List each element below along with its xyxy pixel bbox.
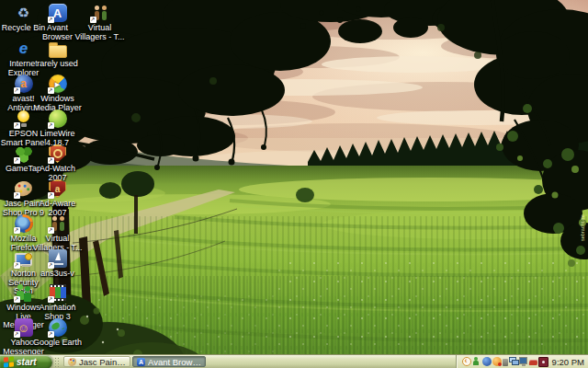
tray-display-monitor-icon[interactable] (519, 357, 528, 366)
shortcut-arrow-icon (14, 87, 20, 94)
shortcut-arrow-icon (14, 227, 20, 234)
recycle-bin-icon (15, 4, 33, 22)
system-tray: 9:20 PM (456, 355, 588, 368)
internet-explorer-icon (15, 40, 33, 58)
desktop-icon-rarely-used-folder[interactable]: rarely used (32, 39, 83, 69)
desktop-icon-virtual-villagers-2[interactable]: Virtual Villagers - T... (32, 213, 83, 252)
tray-network-monitors-icon[interactable] (509, 357, 518, 366)
task-button-avant-browser[interactable]: Avant Browser (132, 356, 206, 367)
task-button-label: Avant Browser (148, 357, 201, 367)
desktop-icon-label: ans3us-v (40, 270, 74, 279)
shortcut-arrow-icon (14, 331, 20, 338)
tray-messenger-buddy-icon[interactable] (472, 357, 481, 366)
shortcut-arrow-icon (48, 157, 54, 164)
tray-security-box-icon[interactable] (538, 357, 548, 367)
tray-collapse-chevron-icon[interactable] (462, 357, 471, 366)
shortcut-arrow-icon (48, 262, 54, 269)
desktop-icon-ad-aware[interactable]: Ad-Aware 2007 (32, 178, 83, 217)
tray-red-alert-icon[interactable] (528, 360, 537, 365)
task-button-jasc-paint-shop-pro[interactable]: Jasc Paint Shop Pro - ... (63, 356, 130, 367)
shortcut-arrow-icon (48, 227, 54, 234)
shortcut-arrow-icon (14, 262, 20, 269)
shortcut-arrow-icon (90, 17, 96, 23)
wallpaper-photo: sebracht.de (0, 0, 588, 368)
taskbar-clock[interactable]: 9:20 PM (552, 357, 584, 367)
folder-icon (49, 45, 67, 58)
shortcut-arrow-icon (48, 331, 54, 338)
taskbar-grip[interactable] (54, 357, 61, 367)
desktop-icon-limewire[interactable]: LimeWire 4.18.7 (32, 109, 83, 147)
desktop-icon-animation-shop[interactable]: Animation Shop 3 (32, 282, 83, 321)
desktop-icon-label: Google Earth (33, 339, 82, 348)
shortcut-arrow-icon (48, 87, 54, 94)
desktop[interactable]: sebracht.de Recycle Bin Avant Browser Vi… (0, 0, 588, 368)
desktop-icon-label: rarely used (37, 60, 78, 69)
paint-shop-pro-icon (68, 358, 76, 366)
windows-flag-icon (4, 356, 14, 367)
start-button[interactable]: start (0, 355, 52, 368)
taskbar: start Jasc Paint Shop Pro - ... Avant Br… (0, 354, 588, 368)
shortcut-arrow-icon (14, 192, 20, 199)
avant-browser-icon (137, 358, 145, 366)
shortcut-arrow-icon (14, 122, 20, 129)
desktop-icon-google-earth[interactable]: Google Earth (32, 317, 83, 348)
tray-device-chip-icon[interactable] (503, 359, 508, 366)
start-label: start (17, 357, 37, 367)
shortcut-arrow-icon (48, 17, 54, 23)
shortcut-arrow-icon (48, 192, 54, 199)
tray-blue-ball-icon[interactable] (482, 357, 492, 366)
task-button-label: Jasc Paint Shop Pro - ... (79, 357, 126, 367)
tray-orange-ball-icon[interactable] (492, 357, 502, 366)
shortcut-arrow-icon (14, 157, 20, 164)
shortcut-arrow-icon (48, 122, 54, 129)
desktop-icon-ad-watch[interactable]: Ad-Watch 2007 (32, 144, 83, 182)
shortcut-arrow-icon (14, 296, 20, 303)
wallpaper-watermark: sebracht.de (580, 214, 585, 241)
desktop-icon-ans3us-v[interactable]: ans3us-v (32, 248, 83, 279)
shortcut-arrow-icon (48, 296, 54, 303)
desktop-icon-virtual-villagers[interactable]: Virtual Villagers - T... (74, 3, 125, 41)
desktop-icon-windows-media-player[interactable]: Windows Media Player (32, 74, 83, 112)
